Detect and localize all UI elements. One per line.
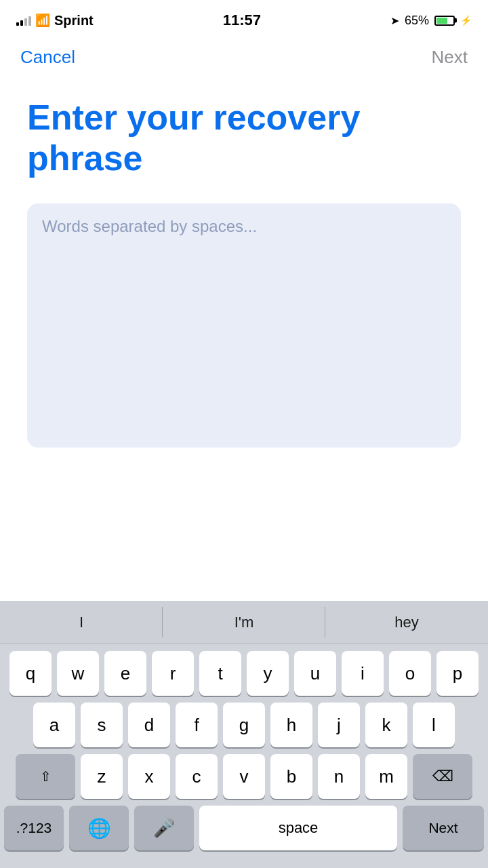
charging-icon: ⚡: [460, 15, 472, 26]
key-b[interactable]: b: [270, 754, 312, 799]
status-left: 📶 Sprint: [16, 13, 94, 28]
keyboard-bottom-row: .?123 🌐 🎤 space Next: [4, 806, 484, 850]
keyboard-row-3: ⇧ z x c v b n m ⌫: [4, 754, 484, 799]
next-button[interactable]: Next: [432, 47, 468, 68]
keyboard-row-1: q w e r t y u i o p: [4, 651, 484, 696]
page-title: Enter your recovery phrase: [27, 98, 461, 179]
key-f[interactable]: f: [176, 703, 218, 747]
carrier-name: Sprint: [54, 13, 94, 28]
key-o[interactable]: o: [389, 651, 431, 696]
delete-key[interactable]: ⌫: [413, 754, 472, 799]
key-l[interactable]: l: [413, 703, 455, 747]
key-e[interactable]: e: [104, 651, 146, 696]
key-q[interactable]: q: [9, 651, 52, 696]
key-t[interactable]: t: [199, 651, 241, 696]
cancel-button[interactable]: Cancel: [20, 47, 75, 68]
battery-icon: [434, 16, 455, 26]
key-h[interactable]: h: [270, 703, 312, 747]
key-a[interactable]: a: [33, 703, 75, 747]
key-v[interactable]: v: [223, 754, 265, 799]
key-i[interactable]: i: [342, 651, 384, 696]
recovery-input-wrap[interactable]: [27, 203, 461, 448]
predictive-bar: I I'm hey: [0, 601, 488, 644]
globe-key[interactable]: 🌐: [69, 806, 129, 850]
recovery-phrase-input[interactable]: [42, 217, 446, 434]
predictive-item-1[interactable]: I: [0, 601, 163, 644]
status-bar: 📶 Sprint 11:57 ➤ 65% ⚡: [0, 0, 488, 37]
shift-key[interactable]: ⇧: [16, 754, 75, 799]
key-x[interactable]: x: [128, 754, 170, 799]
keyboard-row-2: a s d f g h j k l: [4, 703, 484, 747]
predictive-item-2[interactable]: I'm: [163, 601, 325, 644]
numbers-key[interactable]: .?123: [4, 806, 64, 850]
key-j[interactable]: j: [318, 703, 360, 747]
status-right: ➤ 65% ⚡: [390, 14, 472, 28]
main-content: Enter your recovery phrase: [0, 77, 488, 461]
key-d[interactable]: d: [128, 703, 170, 747]
key-n[interactable]: n: [318, 754, 360, 799]
battery-percent: 65%: [405, 14, 429, 28]
next-kb-key[interactable]: Next: [403, 806, 484, 850]
key-k[interactable]: k: [365, 703, 407, 747]
key-m[interactable]: m: [365, 754, 407, 799]
key-u[interactable]: u: [294, 651, 336, 696]
key-r[interactable]: r: [152, 651, 194, 696]
status-time: 11:57: [223, 12, 261, 29]
key-p[interactable]: p: [436, 651, 479, 696]
predictive-item-3[interactable]: hey: [325, 601, 488, 644]
key-y[interactable]: y: [247, 651, 289, 696]
keyboard-rows: q w e r t y u i o p a s d f g h j k l ⇧ …: [0, 644, 488, 868]
keyboard-area: I I'm hey q w e r t y u i o p a s d f g …: [0, 601, 488, 868]
mic-key[interactable]: 🎤: [134, 806, 194, 850]
location-icon: ➤: [390, 14, 399, 27]
wifi-icon: 📶: [35, 13, 50, 28]
key-g[interactable]: g: [223, 703, 265, 747]
key-c[interactable]: c: [176, 754, 218, 799]
nav-bar: Cancel Next: [0, 37, 488, 77]
signal-icon: [16, 15, 31, 26]
key-w[interactable]: w: [57, 651, 99, 696]
key-z[interactable]: z: [81, 754, 123, 799]
space-key[interactable]: space: [199, 806, 397, 850]
key-s[interactable]: s: [81, 703, 123, 747]
